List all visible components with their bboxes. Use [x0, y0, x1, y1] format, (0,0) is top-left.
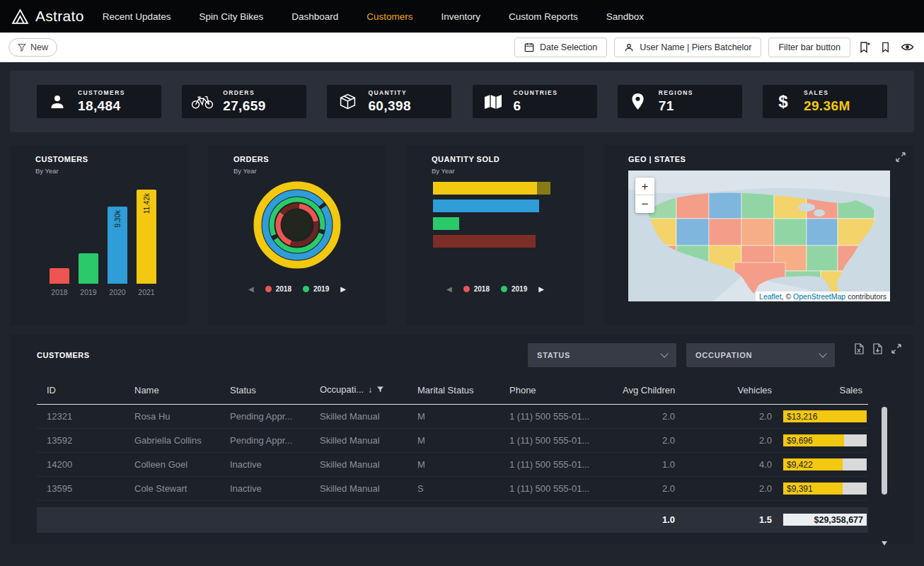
- col-phone[interactable]: Phone: [504, 377, 617, 405]
- legend-label: 2018: [276, 285, 291, 293]
- bookmark-icon[interactable]: [879, 40, 892, 54]
- cell-occupation: Skilled Manual: [314, 477, 412, 501]
- kpi-quantity[interactable]: QUANTITY60,398: [327, 85, 451, 118]
- user-button[interactable]: User Name | Piers Batchelor: [614, 37, 761, 57]
- export-file-icon[interactable]: [872, 342, 884, 356]
- nav-item-recent-updates[interactable]: Recent Updates: [103, 11, 171, 22]
- legend-dot-green: [303, 286, 309, 292]
- x-axis-label: 2021: [137, 288, 156, 296]
- cell-vehicles: 2.0: [681, 405, 778, 429]
- nav-item-spin-city-bikes[interactable]: Spin City Bikes: [199, 11, 263, 22]
- scrollbar-thumb[interactable]: [882, 407, 887, 495]
- col-status[interactable]: Status: [224, 377, 314, 405]
- filter-bar-button[interactable]: Filter bar button: [768, 37, 850, 57]
- expand-icon[interactable]: [890, 342, 903, 355]
- zoom-out-button[interactable]: −: [635, 195, 654, 213]
- kpi-label: COUNTRIES: [514, 89, 558, 96]
- legend-item-2019[interactable]: 2019: [501, 285, 527, 293]
- zoom-in-button[interactable]: +: [635, 178, 654, 195]
- totals-vehicles: 1.5: [681, 507, 778, 533]
- kpi-countries[interactable]: COUNTRIES6: [473, 85, 597, 118]
- cell-marital: S: [412, 477, 504, 501]
- col-sales[interactable]: Sales: [778, 377, 868, 405]
- us-states-map[interactable]: + − Leaflet, © OpenStreetMap contributor…: [628, 171, 890, 301]
- legend-item-2018[interactable]: 2018: [463, 285, 490, 293]
- kpi-regions[interactable]: REGIONS71: [618, 85, 742, 118]
- brand[interactable]: Astrato: [11, 8, 84, 25]
- bar-2019[interactable]: [79, 253, 98, 284]
- legend-item-2018[interactable]: 2018: [265, 285, 291, 293]
- table-scrollbar[interactable]: [882, 403, 887, 534]
- card-subtitle: By Year: [233, 167, 386, 175]
- sales-value: $13,216: [783, 412, 817, 422]
- kpi-value: 27,659: [223, 98, 266, 114]
- occupation-filter-select[interactable]: OCCUPATION: [686, 343, 835, 367]
- col-marital-status[interactable]: Marital Status: [412, 377, 504, 405]
- cell-phone: 1 (11) 500 555-01...: [504, 405, 617, 429]
- user-icon: [624, 42, 634, 52]
- kpi-customers[interactable]: CUSTOMERS18,484: [37, 85, 161, 118]
- kpi-sales[interactable]: $ SALES29.36M: [763, 85, 887, 118]
- table-row[interactable]: 13592Gabriella CollinsPending Appr...Ski…: [37, 429, 868, 453]
- expand-icon[interactable]: [896, 152, 906, 165]
- nav-item-dashboard[interactable]: Dashboard: [291, 11, 338, 22]
- bar-2020[interactable]: 9.30k: [108, 207, 127, 284]
- totals-avg-children: 1.0: [617, 507, 681, 533]
- cell-id: 13592: [37, 429, 129, 453]
- sort-desc-icon[interactable]: ↓: [368, 385, 372, 395]
- x-axis-label: 2019: [79, 288, 98, 296]
- status-filter-select[interactable]: STATUS: [528, 343, 676, 367]
- nav-item-sandbox[interactable]: Sandbox: [606, 11, 644, 22]
- sales-bar-fill: $13,216: [783, 410, 867, 422]
- pin-icon: [627, 93, 649, 110]
- legend-next-button[interactable]: ▶: [538, 285, 544, 293]
- cell-sales: $9,391: [778, 477, 868, 501]
- table-row[interactable]: 14200Colleen GoelInactiveSkilled ManualM…: [37, 453, 868, 477]
- sales-bar-fill: $9,391: [783, 483, 843, 495]
- date-selection-button[interactable]: Date Selection: [514, 37, 607, 57]
- cell-id: 12321: [37, 405, 129, 429]
- bar-2018[interactable]: [50, 268, 69, 284]
- eye-icon[interactable]: [899, 41, 916, 53]
- cell-sales: $9,422: [778, 453, 868, 477]
- table-row[interactable]: 13595Cole StewartInactiveSkilled ManualS…: [37, 477, 868, 501]
- astrato-logo-icon: [11, 8, 29, 25]
- legend-label: 2019: [313, 285, 329, 293]
- legend-item-2019[interactable]: 2019: [303, 285, 329, 293]
- legend-prev-button[interactable]: ◀: [248, 285, 254, 293]
- bar-value-label: 9.30k: [114, 210, 122, 227]
- legend-next-button[interactable]: ▶: [340, 285, 346, 293]
- osm-link[interactable]: OpenStreetMap: [793, 292, 845, 301]
- leaflet-link[interactable]: Leaflet: [759, 292, 782, 301]
- kpi-value: 29.36M: [804, 98, 850, 114]
- card-title: QUANTITY SOLD: [432, 155, 584, 163]
- col-name[interactable]: Name: [129, 377, 224, 405]
- col-avg-children[interactable]: Avg Children: [617, 377, 681, 405]
- scroll-down-arrow[interactable]: [882, 541, 887, 545]
- export-excel-icon[interactable]: [853, 342, 865, 356]
- legend-prev-button[interactable]: ◀: [446, 285, 452, 293]
- table-row[interactable]: 12321Rosa HuPending Appr...Skilled Manua…: [37, 405, 868, 429]
- hbar-2020[interactable]: [433, 200, 584, 212]
- cell-name: Rosa Hu: [129, 405, 224, 429]
- col-occupation[interactable]: Occupati...↓: [314, 377, 412, 405]
- col-id[interactable]: ID: [37, 377, 129, 405]
- card-subtitle: By Year: [35, 167, 188, 175]
- legend-dot-green: [501, 286, 507, 292]
- dollar-icon: $: [772, 92, 795, 112]
- hbar-2018[interactable]: [433, 235, 584, 248]
- filter-icon[interactable]: [376, 385, 384, 395]
- filter-bar-label: Filter bar button: [778, 42, 841, 52]
- nav-item-custom-reports[interactable]: Custom Reports: [509, 11, 578, 22]
- kpi-label: CUSTOMERS: [78, 89, 125, 96]
- kpi-orders[interactable]: ORDERS27,659: [182, 85, 306, 118]
- hbar-2021[interactable]: [433, 182, 584, 195]
- sales-bar: $13,216: [783, 410, 867, 422]
- hbar-2019[interactable]: [433, 217, 584, 230]
- nav-item-inventory[interactable]: Inventory: [441, 11, 481, 22]
- bookmark-add-icon[interactable]: [857, 40, 872, 54]
- col-vehicles[interactable]: Vehicles: [681, 377, 778, 405]
- bar-2021[interactable]: 11.42k: [137, 190, 156, 284]
- nav-item-customers[interactable]: Customers: [366, 11, 412, 22]
- new-filter-button[interactable]: New: [8, 38, 57, 57]
